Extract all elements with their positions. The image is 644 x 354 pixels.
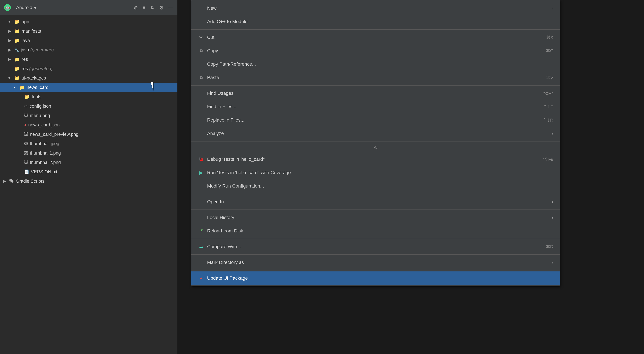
tree-label: thumbnail1.png bbox=[30, 151, 61, 156]
file-icon: ⚙ bbox=[24, 104, 28, 109]
menu-label: Add C++ to Module bbox=[207, 19, 248, 24]
tree-item-config-json[interactable]: ⚙ config.json bbox=[0, 101, 178, 111]
spinner-icon: ↻ bbox=[374, 145, 378, 151]
menu-item-compare-with[interactable]: ⇄ Compare With... ⌘D bbox=[191, 240, 560, 253]
reload-icon: ↺ bbox=[198, 228, 204, 234]
menu-item-copy[interactable]: ⧉ Copy ⌘C bbox=[191, 44, 560, 57]
arrow-icon: ▾ bbox=[8, 19, 12, 24]
coverage-icon: ▶ bbox=[198, 170, 204, 175]
menu-label: Compare With... bbox=[207, 244, 241, 249]
menu-label: Analyze bbox=[207, 131, 224, 136]
arrow-icon: ▶ bbox=[8, 29, 12, 33]
menu-item-analyze[interactable]: Analyze › bbox=[191, 127, 560, 140]
gradle-icon: 🐘 bbox=[9, 179, 14, 183]
tree-label: java bbox=[22, 38, 30, 43]
folder-icon: 📁 bbox=[19, 85, 25, 90]
folder-icon: 📁 bbox=[14, 66, 20, 71]
separator bbox=[191, 254, 560, 255]
add-icon[interactable]: ⊕ bbox=[134, 5, 138, 10]
file-tree: ▾ 📁 app ▶ 📁 manifests ▶ 📁 java ▶ 🔧 java … bbox=[0, 15, 178, 188]
tree-item-manifests[interactable]: ▶ 📁 manifests bbox=[0, 26, 178, 36]
tree-item-ui-packages[interactable]: ▾ 📁 ui-packages bbox=[0, 73, 178, 83]
menu-item-modify-run[interactable]: Modify Run Configuration... bbox=[191, 179, 560, 193]
cut-icon: ✂ bbox=[198, 35, 204, 40]
menu-item-new[interactable]: New › bbox=[191, 1, 560, 15]
arrow-icon: ▾ bbox=[14, 85, 18, 90]
tree-item-menu-png[interactable]: 🖼 menu.png bbox=[0, 111, 178, 120]
menu-item-copy-path[interactable]: Copy Path/Reference... bbox=[191, 57, 560, 71]
paste-icon: ⧉ bbox=[198, 75, 204, 80]
menu-item-reload-disk[interactable]: ↺ Reload from Disk bbox=[191, 224, 560, 238]
arrow-icon: ▶ bbox=[3, 179, 8, 183]
menu-item-run-coverage[interactable]: ▶ Run 'Tests in 'hello_card'' with Cover… bbox=[191, 166, 560, 179]
menu-label: New bbox=[207, 5, 216, 11]
menu-label: Paste bbox=[207, 75, 219, 80]
file-icon: 🖼 bbox=[24, 132, 28, 137]
folder-icon: 📁 bbox=[14, 19, 20, 25]
settings-icon[interactable]: ⚙ bbox=[159, 5, 164, 10]
dropdown-arrow-icon[interactable]: ▾ bbox=[34, 5, 36, 10]
toolbar: 🤖 Android ▾ ⊕ ≡ ⇅ ⚙ — bbox=[0, 0, 178, 15]
menu-item-spinner: ↻ bbox=[191, 143, 560, 153]
project-name: Android bbox=[16, 5, 32, 10]
tree-item-app[interactable]: ▾ 📁 app bbox=[0, 17, 178, 26]
menu-item-find-usages[interactable]: Find Usages ⌥F7 bbox=[191, 87, 560, 100]
file-icon: 🖼 bbox=[24, 113, 28, 118]
list-icon[interactable]: ≡ bbox=[142, 5, 146, 10]
tree-item-news-card[interactable]: ▾ 📁 news_card bbox=[0, 83, 178, 92]
tree-item-gradle[interactable]: ▶ 🐘 Gradle Scripts bbox=[0, 177, 178, 186]
minimize-icon[interactable]: — bbox=[168, 5, 174, 10]
menu-item-add-cpp[interactable]: Add C++ to Module bbox=[191, 15, 560, 28]
tree-item-thumbnail1-png[interactable]: 🖼 thumbnail1.png bbox=[0, 148, 178, 158]
menu-item-open-in[interactable]: Open In › bbox=[191, 195, 560, 208]
menu-label: Copy Path/Reference... bbox=[207, 61, 256, 67]
file-icon: 📄 bbox=[24, 170, 29, 174]
tree-item-fonts[interactable]: 📁 fonts bbox=[0, 92, 178, 101]
folder-icon: 📁 bbox=[14, 28, 20, 34]
menu-item-local-history[interactable]: Local History › bbox=[191, 211, 560, 224]
menu-item-update-ui-package[interactable]: ● Update UI Package bbox=[191, 271, 560, 285]
separator bbox=[191, 85, 560, 86]
separator bbox=[191, 270, 560, 270]
menu-item-paste[interactable]: ⧉ Paste ⌘V bbox=[191, 71, 560, 84]
tree-label: VERSION.txt bbox=[31, 169, 57, 175]
separator bbox=[191, 194, 560, 194]
folder-icon: 📁 bbox=[14, 75, 20, 81]
tree-item-res[interactable]: ▶ 📁 res bbox=[0, 55, 178, 64]
menu-label: Reload from Disk bbox=[207, 228, 243, 234]
tree-label: thumbnail.jpeg bbox=[30, 141, 59, 146]
menu-label: Run 'Tests in 'hello_card'' with Coverag… bbox=[207, 170, 291, 175]
collapse-icon[interactable]: ⇅ bbox=[150, 5, 154, 10]
tree-item-version-txt[interactable]: 📄 VERSION.txt bbox=[0, 167, 178, 177]
separator bbox=[191, 209, 560, 210]
tree-label: res bbox=[22, 57, 28, 62]
separator bbox=[191, 239, 560, 239]
tree-item-thumbnail2-png[interactable]: 🖼 thumbnail2.png bbox=[0, 158, 178, 167]
menu-item-debug[interactable]: 🐞 Debug 'Tests in 'hello_card'' ⌃⇧F9 bbox=[191, 153, 560, 166]
tree-label: app bbox=[22, 19, 29, 24]
folder-icon: 📁 bbox=[24, 94, 30, 100]
tree-item-res-generated[interactable]: 📁 res (generated) bbox=[0, 64, 178, 73]
shortcut-label: ⌃⇧F9 bbox=[541, 157, 553, 162]
arrow-icon: ▶ bbox=[8, 48, 12, 52]
menu-label: Copy bbox=[207, 48, 218, 53]
menu-item-find-in-files[interactable]: Find in Files... ⌃⇧F bbox=[191, 100, 560, 113]
tree-item-news-card-preview[interactable]: 🖼 news_card_preview.png bbox=[0, 130, 178, 139]
arrow-icon: ▶ bbox=[8, 57, 12, 61]
tree-label: config.json bbox=[30, 104, 51, 109]
submenu-arrow-icon: › bbox=[552, 6, 553, 11]
tree-label: news_card bbox=[27, 85, 49, 90]
shortcut-label: ⌃⇧R bbox=[543, 118, 553, 123]
left-panel: 🤖 Android ▾ ⊕ ≡ ⇅ ⚙ — ▾ 📁 app ▶ 📁 manife… bbox=[0, 0, 178, 354]
tree-item-thumbnail-jpeg[interactable]: 🖼 thumbnail.jpeg bbox=[0, 139, 178, 148]
menu-item-cut[interactable]: ✂ Cut ⌘X bbox=[191, 31, 560, 44]
menu-item-replace-in-files[interactable]: Replace in Files... ⌃⇧R bbox=[191, 113, 560, 127]
tree-label: manifests bbox=[22, 29, 41, 34]
tree-item-java-generated[interactable]: ▶ 🔧 java (generated) bbox=[0, 45, 178, 55]
tree-label: Gradle Scripts bbox=[16, 179, 44, 184]
menu-item-mark-dir[interactable]: Mark Directory as › bbox=[191, 256, 560, 269]
shortcut-label: ⌃⇧F bbox=[543, 104, 553, 109]
menu-label: Find Usages bbox=[207, 91, 234, 96]
tree-item-news-card-json[interactable]: ● news_card.json bbox=[0, 120, 178, 130]
tree-item-java[interactable]: ▶ 📁 java bbox=[0, 36, 178, 45]
